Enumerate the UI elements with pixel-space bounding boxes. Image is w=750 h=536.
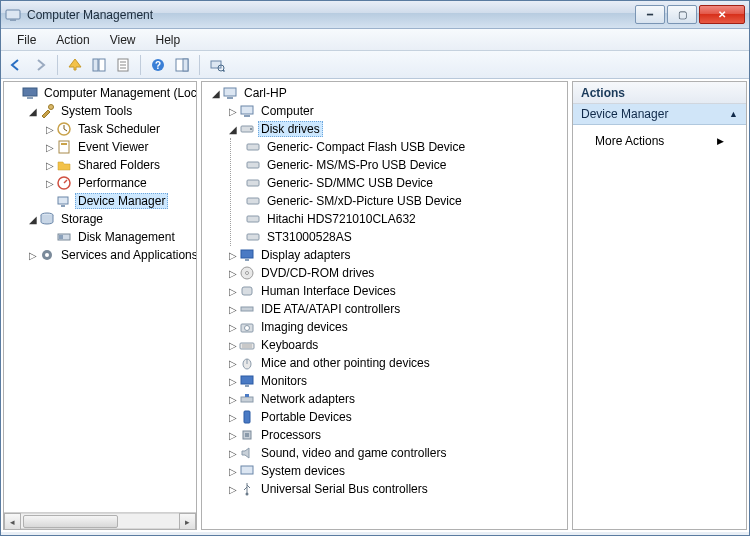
tree-system-tools[interactable]: ◢ System Tools <box>25 102 196 120</box>
actions-section[interactable]: Device Manager ▲ <box>573 104 746 125</box>
cat-network[interactable]: ▷Network adapters <box>225 390 567 408</box>
cat-dvd[interactable]: ▷DVD/CD-ROM drives <box>225 264 567 282</box>
computer-icon <box>239 103 255 119</box>
menu-help[interactable]: Help <box>146 31 191 49</box>
chevron-right-icon[interactable]: ▷ <box>27 249 39 261</box>
scan-hardware-button[interactable] <box>206 54 228 76</box>
scroll-left-button[interactable]: ◂ <box>4 513 21 530</box>
chevron-right-icon[interactable]: ▷ <box>227 465 239 477</box>
cat-usb[interactable]: ▷Universal Serial Bus controllers <box>225 480 567 498</box>
tree-performance[interactable]: ▷Performance <box>42 174 196 192</box>
tree-disk-management[interactable]: Disk Management <box>42 228 196 246</box>
device-root[interactable]: ◢ Carl-HP <box>208 84 567 102</box>
svg-rect-20 <box>61 143 67 145</box>
chevron-right-icon[interactable]: ▷ <box>227 249 239 261</box>
blank-icon <box>233 213 245 225</box>
chevron-right-icon[interactable]: ▷ <box>44 177 56 189</box>
scroll-thumb[interactable] <box>23 515 118 528</box>
storage-icon <box>39 211 55 227</box>
svg-rect-23 <box>61 205 65 207</box>
chevron-right-icon[interactable]: ▷ <box>227 321 239 333</box>
chevron-down-icon[interactable]: ◢ <box>227 123 239 135</box>
show-hide-tree-button[interactable] <box>88 54 110 76</box>
back-button[interactable] <box>5 54 27 76</box>
chevron-right-icon[interactable]: ▷ <box>227 267 239 279</box>
cat-portable[interactable]: ▷Portable Devices <box>225 408 567 426</box>
tree-shared-folders[interactable]: ▷Shared Folders <box>42 156 196 174</box>
chevron-right-icon[interactable]: ▷ <box>227 483 239 495</box>
scroll-track[interactable] <box>21 513 179 529</box>
cat-keyboards[interactable]: ▷Keyboards <box>225 336 567 354</box>
tree-services-apps[interactable]: ▷ Services and Applications <box>25 246 196 264</box>
disk-item[interactable]: Generic- SD/MMC USB Device <box>231 174 567 192</box>
cat-imaging[interactable]: ▷Imaging devices <box>225 318 567 336</box>
device-tree[interactable]: ◢ Carl-HP ▷Computer ◢Disk drives Generic… <box>202 82 567 529</box>
help-button[interactable]: ? <box>147 54 169 76</box>
cat-monitors[interactable]: ▷Monitors <box>225 372 567 390</box>
cat-sound[interactable]: ▷Sound, video and game controllers <box>225 444 567 462</box>
scroll-right-button[interactable]: ▸ <box>179 513 196 530</box>
maximize-button[interactable]: ▢ <box>667 5 697 24</box>
speaker-icon <box>239 445 255 461</box>
disk-icon <box>245 211 261 227</box>
cat-computer[interactable]: ▷Computer <box>225 102 567 120</box>
chevron-right-icon[interactable]: ▷ <box>44 159 56 171</box>
more-actions-item[interactable]: More Actions ▶ <box>583 131 736 151</box>
chevron-right-icon[interactable]: ▷ <box>227 339 239 351</box>
tree-label: Human Interface Devices <box>258 283 399 299</box>
tree-event-viewer[interactable]: ▷Event Viewer <box>42 138 196 156</box>
menu-file[interactable]: File <box>7 31 46 49</box>
forward-button[interactable] <box>29 54 51 76</box>
tree-label: Imaging devices <box>258 319 351 335</box>
tree-label: Performance <box>75 175 150 191</box>
tools-icon <box>39 103 55 119</box>
disk-item[interactable]: ST31000528AS <box>231 228 567 246</box>
chevron-down-icon[interactable]: ◢ <box>210 87 222 99</box>
cat-display[interactable]: ▷Display adapters <box>225 246 567 264</box>
properties-button[interactable] <box>112 54 134 76</box>
tree-root[interactable]: Computer Management (Local <box>8 84 196 102</box>
cat-mice[interactable]: ▷Mice and other pointing devices <box>225 354 567 372</box>
tree-storage[interactable]: ◢ Storage <box>25 210 196 228</box>
svg-point-28 <box>45 253 49 257</box>
up-button[interactable] <box>64 54 86 76</box>
chevron-right-icon[interactable]: ▷ <box>227 357 239 369</box>
disk-item[interactable]: Hitachi HDS721010CLA632 <box>231 210 567 228</box>
chevron-right-icon[interactable]: ▷ <box>227 393 239 405</box>
chevron-right-icon[interactable]: ▷ <box>44 123 56 135</box>
tree-task-scheduler[interactable]: ▷Task Scheduler <box>42 120 196 138</box>
collapse-icon[interactable]: ▲ <box>729 109 738 119</box>
submenu-icon: ▶ <box>717 136 724 146</box>
chevron-right-icon[interactable]: ▷ <box>227 411 239 423</box>
cpu-icon <box>239 427 255 443</box>
chevron-right-icon[interactable]: ▷ <box>227 303 239 315</box>
chevron-right-icon[interactable]: ▷ <box>227 447 239 459</box>
tree-device-manager[interactable]: Device Manager <box>42 192 196 210</box>
chevron-right-icon[interactable]: ▷ <box>227 105 239 117</box>
disk-item[interactable]: Generic- Compact Flash USB Device <box>231 138 567 156</box>
close-button[interactable]: ✕ <box>699 5 745 24</box>
chevron-right-icon[interactable]: ▷ <box>227 375 239 387</box>
chevron-down-icon[interactable]: ◢ <box>27 105 39 117</box>
chevron-right-icon[interactable]: ▷ <box>227 285 239 297</box>
disk-item[interactable]: Generic- MS/MS-Pro USB Device <box>231 156 567 174</box>
cat-processors[interactable]: ▷Processors <box>225 426 567 444</box>
console-tree[interactable]: Computer Management (Local ◢ System Tool… <box>4 82 196 512</box>
cat-ide[interactable]: ▷IDE ATA/ATAPI controllers <box>225 300 567 318</box>
menu-view[interactable]: View <box>100 31 146 49</box>
show-hide-action-button[interactable] <box>171 54 193 76</box>
chevron-down-icon[interactable]: ◢ <box>27 213 39 225</box>
minimize-button[interactable]: ━ <box>635 5 665 24</box>
cat-hid[interactable]: ▷Human Interface Devices <box>225 282 567 300</box>
horizontal-scrollbar[interactable]: ◂ ▸ <box>4 512 196 529</box>
keyboard-icon <box>239 337 255 353</box>
cat-disk-drives[interactable]: ◢Disk drives <box>225 120 567 138</box>
disk-item[interactable]: Generic- SM/xD-Picture USB Device <box>231 192 567 210</box>
tree-label: Sound, video and game controllers <box>258 445 449 461</box>
chevron-right-icon[interactable]: ▷ <box>227 429 239 441</box>
cat-system-devices[interactable]: ▷System devices <box>225 462 567 480</box>
menu-action[interactable]: Action <box>46 31 99 49</box>
chevron-right-icon[interactable]: ▷ <box>44 141 56 153</box>
svg-rect-31 <box>241 106 253 114</box>
chevron-right-icon[interactable] <box>10 87 22 99</box>
